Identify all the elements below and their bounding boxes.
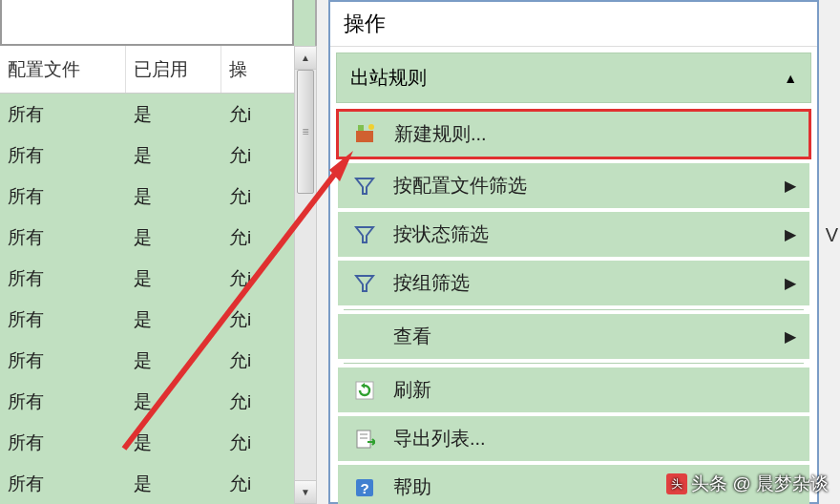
svg-text:?: ? [360,480,368,496]
svg-rect-0 [356,131,373,142]
new-rule-icon [352,123,379,146]
vertical-scrollbar[interactable]: ▲ ▼ [294,46,317,504]
refresh-icon [351,379,378,402]
table-header-row: 配置文件 已启用 操 [0,46,315,94]
filter-icon [351,175,378,198]
submenu-arrow-icon: ▶ [785,225,796,243]
table-row[interactable]: 所有是允i [0,381,315,422]
filter-by-state-action[interactable]: 按状态筛选 ▶ [338,212,809,257]
scroll-thumb[interactable] [297,70,314,194]
svg-point-2 [368,124,374,130]
watermark: 头 头条 @ 晨梦杂谈 [666,472,829,496]
watermark-text: 头条 @ 晨梦杂谈 [691,472,829,496]
table-row[interactable]: 所有是允i [0,135,315,176]
refresh-action[interactable]: 刷新 [338,368,809,412]
partial-text: V [826,224,838,246]
scroll-down-button[interactable]: ▼ [295,480,316,503]
table-row[interactable]: 所有是允i [0,422,315,463]
blank-icon [351,326,378,348]
table-row[interactable]: 所有是允i [0,299,315,340]
action-label: 按组筛选 [393,270,470,296]
svg-rect-1 [358,125,364,131]
submenu-arrow-icon: ▶ [785,274,796,292]
filter-by-group-action[interactable]: 按组筛选 ▶ [338,261,809,305]
filter-icon [351,223,378,246]
filter-by-profile-action[interactable]: 按配置文件筛选 ▶ [338,163,809,208]
table-body: 所有是允i 所有是允i 所有是允i 所有是允i 所有是允i 所有是允i 所有是允… [0,94,315,504]
action-label: 帮助 [393,474,431,500]
new-rule-action[interactable]: 新建规则... [336,109,811,159]
svg-rect-4 [357,430,370,448]
submenu-arrow-icon: ▶ [785,177,796,195]
divider [344,363,804,364]
table-row[interactable]: 所有是允i [0,176,315,217]
actions-panel: 操作 出站规则 ▲ 新建规则... 按配置文件筛选 ▶ 按状态筛选 ▶ 按组筛选… [328,0,819,504]
submenu-arrow-icon: ▶ [785,327,796,346]
export-list-action[interactable]: 导出列表... [338,416,809,461]
table-row[interactable]: 所有是允i [0,258,315,299]
table-row[interactable]: 所有是允i [0,340,315,381]
column-header-profile[interactable]: 配置文件 [0,46,126,93]
export-icon [351,428,378,451]
table-blank-area [0,0,294,46]
panel-title: 操作 [330,2,817,47]
action-label: 按配置文件筛选 [393,173,527,199]
rules-table-panel: 配置文件 已启用 操 所有是允i 所有是允i 所有是允i 所有是允i 所有是允i… [0,0,317,504]
filter-icon [351,272,378,295]
table-row[interactable]: 所有是允i [0,463,315,504]
table-row[interactable]: 所有是允i [0,217,315,258]
action-label: 导出列表... [393,426,486,452]
collapse-icon: ▲ [784,71,797,86]
divider [344,309,804,310]
column-header-enabled[interactable]: 已启用 [126,46,221,93]
section-label: 出站规则 [350,65,427,91]
action-label: 查看 [393,324,431,349]
action-label: 新建规则... [394,121,487,147]
help-icon: ? [351,476,378,499]
section-outbound-rules[interactable]: 出站规则 ▲ [336,52,811,103]
action-label: 刷新 [393,377,431,403]
view-action[interactable]: 查看 ▶ [338,314,809,359]
scroll-up-button[interactable]: ▲ [295,47,316,70]
table-row[interactable]: 所有是允i [0,94,315,135]
watermark-logo-icon: 头 [666,473,687,494]
action-label: 按状态筛选 [393,221,489,247]
